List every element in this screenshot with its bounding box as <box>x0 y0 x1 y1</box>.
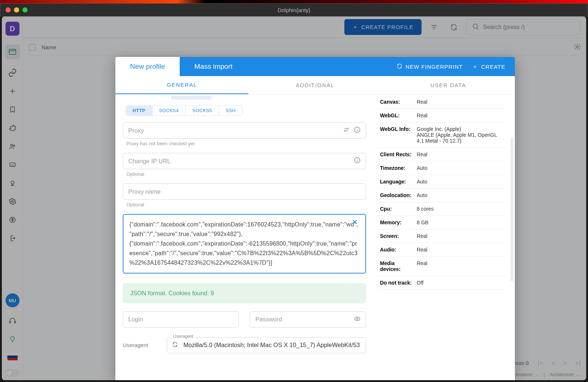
userdata-key: Media devices: <box>379 257 415 276</box>
userdata-value: Real <box>415 257 507 276</box>
plus-icon: ＋ <box>472 63 478 70</box>
userdata-key: Client Rects: <box>379 148 415 161</box>
table-row: Memory:8 GB <box>379 216 507 229</box>
change-ip-helper: Optional <box>126 171 365 177</box>
proxy-helper: Proxy has not been checked yet <box>126 141 365 146</box>
new-fingerprint-button[interactable]: NEW FINGERPRINT <box>397 63 463 70</box>
svg-point-14 <box>355 317 360 321</box>
info-icon[interactable] <box>354 157 361 165</box>
section-tab-general[interactable]: GENERAL <box>115 76 248 94</box>
userdata-key: WebGL: <box>379 109 415 122</box>
table-row: WebGL:Real <box>379 109 507 122</box>
form-area: HTTP SOCKS4 SOCKS5 SSH Proxy has not bee… <box>115 94 373 380</box>
change-ip-input[interactable] <box>123 153 366 169</box>
window-title: Dolphin{anty} <box>277 7 310 13</box>
proxy-type-socks4[interactable]: SOCKS4 <box>153 106 186 115</box>
userdata-value: Auto <box>415 175 507 189</box>
maximize-window-icon[interactable] <box>22 7 28 13</box>
new-fingerprint-label: NEW FINGERPRINT <box>405 64 463 70</box>
info-icon[interactable] <box>354 126 361 135</box>
table-row: Cpu:8 cores <box>379 202 507 216</box>
desktop-topbar <box>0 0 588 3</box>
proxy-type-http[interactable]: HTTP <box>126 106 153 115</box>
useragent-input[interactable] <box>167 337 366 353</box>
partial-segment-top <box>123 96 366 100</box>
window-titlebar: Dolphin{anty} <box>0 3 588 17</box>
app-frame: D API MU ＋ CREATE PROFILE Search (press … <box>2 17 586 380</box>
proxy-type-segment: HTTP SOCKS4 SOCKS5 SSH <box>126 106 243 116</box>
useragent-floating-label: Useragent <box>171 334 195 339</box>
userdata-key: Timezone: <box>379 161 415 175</box>
table-row: Client Rects:Real <box>379 148 507 161</box>
table-row: Canvas:Real <box>379 95 507 109</box>
table-row: Language:Auto <box>379 175 507 189</box>
table-row: Screen:Real <box>379 229 507 243</box>
section-tab-user-data[interactable]: USER DATA <box>382 76 515 94</box>
create-button[interactable]: ＋ CREATE <box>472 63 505 70</box>
eye-icon[interactable] <box>354 315 361 324</box>
refresh-icon <box>397 63 402 70</box>
table-row: Media devices:Real <box>379 257 507 276</box>
userdata-value: Off <box>415 276 507 290</box>
proxy-name-helper: Optional <box>126 202 365 207</box>
userdata-key: Audio: <box>379 243 415 257</box>
cookies-textarea[interactable] <box>123 214 366 274</box>
userdata-key: Memory: <box>379 216 415 229</box>
userdata-value: Real <box>415 109 507 122</box>
table-row: Geolocation:Auto <box>379 189 507 202</box>
scrollbar-thumb[interactable] <box>510 138 513 281</box>
userdata-value: Real <box>415 243 507 257</box>
proxy-type-ssh[interactable]: SSH <box>219 106 242 115</box>
clear-cookies-icon[interactable]: ✕ <box>352 218 358 226</box>
userdata-key: Cpu: <box>379 202 415 216</box>
table-row: WebGL Info:Google Inc. (Apple) ANGLE (Ap… <box>379 122 507 148</box>
table-row: Do not track:Off <box>379 276 507 290</box>
userdata-value: 8 cores <box>415 202 507 216</box>
table-row: Audio:Real <box>379 243 507 257</box>
create-profile-modal: New profile Mass import NEW FINGERPRINT … <box>115 57 515 380</box>
cookies-status-banner: JSON format. Cookies found: 9 <box>123 283 366 303</box>
login-input[interactable] <box>123 311 239 328</box>
userdata-key: Do not track: <box>379 276 415 290</box>
user-data-table: Canvas:RealWebGL:RealWebGL Info:Google I… <box>379 95 507 290</box>
table-row: Timezone:Auto <box>379 161 507 175</box>
userdata-value: 8 GB <box>415 216 507 229</box>
userdata-key: Geolocation: <box>379 189 415 202</box>
minimize-window-icon[interactable] <box>14 7 19 13</box>
userdata-value: Google Inc. (Apple) ANGLE (Apple, Apple … <box>415 122 507 148</box>
proxy-type-socks5[interactable]: SOCKS5 <box>186 106 219 115</box>
tab-mass-import[interactable]: Mass import <box>180 57 247 76</box>
userdata-key: Canvas: <box>379 95 415 109</box>
swap-icon[interactable] <box>343 126 350 135</box>
userdata-value: Auto <box>415 189 507 202</box>
userdata-value: Auto <box>415 161 507 175</box>
useragent-label: Useragent <box>123 342 159 348</box>
modal-header: New profile Mass import NEW FINGERPRINT … <box>115 57 515 76</box>
userdata-value: Real <box>415 148 507 161</box>
userdata-key: Screen: <box>379 229 415 243</box>
tab-new-profile[interactable]: New profile <box>115 57 180 76</box>
refresh-ua-icon[interactable] <box>172 342 178 349</box>
userdata-key: Language: <box>379 175 415 189</box>
close-window-icon[interactable] <box>6 7 11 13</box>
password-input[interactable] <box>250 311 366 328</box>
userdata-value: Real <box>415 229 507 243</box>
create-label: CREATE <box>481 64 505 70</box>
userdata-key: WebGL Info: <box>379 122 415 148</box>
user-data-panel: Canvas:RealWebGL:RealWebGL Info:Google I… <box>373 94 515 380</box>
proxy-name-input[interactable] <box>123 183 366 200</box>
userdata-value: Real <box>415 95 507 109</box>
svg-point-15 <box>356 318 358 319</box>
proxy-input[interactable] <box>123 122 366 139</box>
modal-section-tabs: GENERAL ADDITIONAL USER DATA <box>115 76 515 94</box>
section-tab-additional[interactable]: ADDITIONAL <box>248 76 381 94</box>
